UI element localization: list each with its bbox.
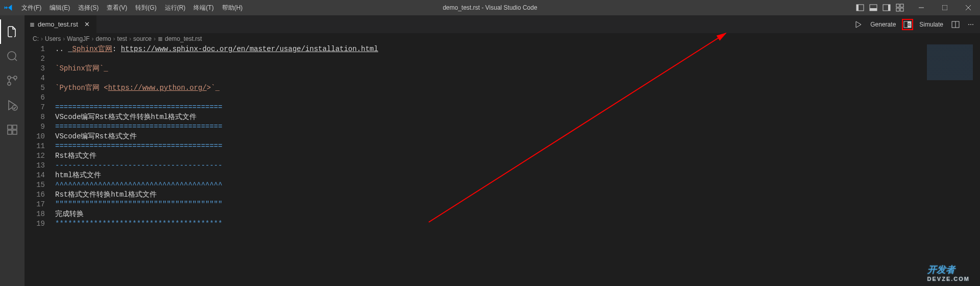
activity-extensions[interactable]	[0, 117, 24, 142]
menu-terminal[interactable]: 终端(T)	[189, 0, 217, 15]
code-editor[interactable]: 12345678910111213141516171819 .. _Sphinx…	[24, 44, 980, 286]
chevron-right-icon: ›	[154, 35, 156, 42]
svg-marker-25	[856, 21, 861, 28]
window-controls	[854, 0, 980, 15]
tabs-bar: ≣ demo_test.rst ✕ Generate Simulate ⋯	[24, 15, 980, 33]
chevron-right-icon: ›	[92, 35, 94, 42]
menu-view[interactable]: 查看(V)	[103, 0, 131, 15]
breadcrumb-item[interactable]: demo_test.rst	[165, 35, 202, 42]
svg-rect-21	[8, 125, 12, 129]
breadcrumb-item[interactable]: C:	[33, 35, 39, 42]
svg-rect-8	[896, 8, 899, 11]
menu-bar: 文件(F) 编辑(E) 选择(S) 查看(V) 转到(G) 运行(R) 终端(T…	[17, 0, 247, 15]
minimap[interactable]	[927, 44, 973, 116]
chevron-right-icon: ›	[63, 35, 65, 42]
maximize-button[interactable]	[933, 0, 957, 15]
run-button[interactable]	[852, 19, 864, 30]
close-icon[interactable]: ✕	[83, 20, 91, 29]
svg-point-17	[8, 82, 11, 85]
close-button[interactable]	[957, 0, 980, 15]
titlebar: 文件(F) 编辑(E) 选择(S) 查看(V) 转到(G) 运行(R) 终端(T…	[0, 0, 980, 15]
svg-rect-1	[856, 5, 859, 11]
layout-customize-icon[interactable]	[894, 2, 905, 13]
activity-run-debug[interactable]	[0, 93, 24, 117]
svg-rect-7	[900, 4, 903, 7]
menu-edit[interactable]: 编辑(E)	[45, 0, 74, 15]
activity-search[interactable]	[0, 44, 24, 68]
activity-explorer[interactable]	[0, 19, 24, 44]
menu-run[interactable]: 运行(R)	[161, 0, 190, 15]
window-title: demo_test.rst - Visual Studio Code	[443, 4, 537, 11]
minimize-button[interactable]	[910, 0, 933, 15]
svg-line-15	[15, 59, 17, 61]
file-icon: ≣	[158, 35, 163, 42]
editor-area: ≣ demo_test.rst ✕ Generate Simulate ⋯	[24, 15, 980, 286]
svg-point-18	[8, 76, 11, 79]
simulate-button[interactable]: Simulate	[917, 20, 945, 29]
breadcrumbs[interactable]: C: › Users › WangJF › demo › test › sour…	[24, 33, 980, 44]
file-icon: ≣	[30, 21, 35, 28]
svg-rect-6	[896, 4, 899, 7]
preview-button[interactable]	[902, 19, 913, 30]
split-editor-icon[interactable]	[949, 19, 962, 30]
tab-label: demo_test.rst	[38, 20, 78, 28]
menu-help[interactable]: 帮助(H)	[218, 0, 247, 15]
svg-rect-11	[942, 5, 947, 10]
breadcrumb-item[interactable]: source	[133, 35, 152, 42]
breadcrumb-item[interactable]: WangJF	[67, 35, 89, 42]
tab-demo-test[interactable]: ≣ demo_test.rst ✕	[24, 15, 97, 33]
chevron-right-icon: ›	[129, 35, 131, 42]
svg-point-14	[8, 52, 16, 60]
svg-rect-24	[13, 130, 17, 134]
layout-sidebar-left-icon[interactable]	[854, 2, 866, 13]
more-actions-icon[interactable]: ⋯	[966, 20, 976, 29]
activity-bar	[0, 15, 24, 286]
svg-rect-22	[13, 125, 17, 129]
layout-panel-icon[interactable]	[868, 2, 879, 13]
generate-button[interactable]: Generate	[868, 20, 898, 29]
menu-select[interactable]: 选择(S)	[74, 0, 103, 15]
watermark: 开发者 DEVZE.COM	[927, 264, 970, 282]
layout-sidebar-right-icon[interactable]	[881, 2, 892, 13]
breadcrumb-item[interactable]: test	[117, 35, 127, 42]
svg-rect-5	[888, 5, 890, 11]
line-numbers: 12345678910111213141516171819	[24, 44, 55, 286]
menu-goto[interactable]: 转到(G)	[131, 0, 160, 15]
breadcrumb-item[interactable]: Users	[45, 35, 61, 42]
breadcrumb-item[interactable]: demo	[96, 35, 111, 42]
menu-file[interactable]: 文件(F)	[17, 0, 45, 15]
vscode-logo-icon	[4, 4, 12, 12]
chevron-right-icon: ›	[41, 35, 43, 42]
code-content[interactable]: .. _Sphinx官网: https://www.sphinx-doc.org…	[55, 44, 980, 286]
svg-rect-23	[8, 130, 12, 134]
activity-source-control[interactable]	[0, 68, 24, 93]
chevron-right-icon: ›	[113, 35, 115, 42]
svg-rect-9	[900, 8, 903, 11]
svg-line-29	[910, 26, 911, 26]
svg-rect-3	[870, 8, 877, 11]
